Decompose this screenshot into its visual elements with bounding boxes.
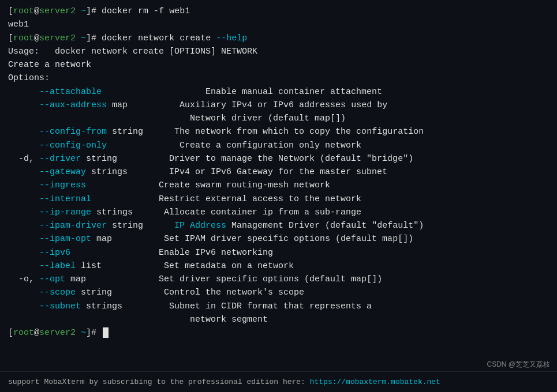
line-desc: Create a network bbox=[8, 58, 549, 71]
line-part: --ip-range bbox=[39, 208, 91, 217]
line-options: Options: bbox=[8, 71, 549, 85]
line-opt: -o, --opt map Set driver specific option… bbox=[8, 273, 549, 286]
prompt: [root@server2 ~]# bbox=[8, 33, 102, 43]
line-aux: --aux-address map Auxiliary IPv4 or IPv6… bbox=[8, 99, 549, 112]
line-part: Usage: docker network create [OPTIONS] N… bbox=[8, 47, 257, 56]
line-part bbox=[143, 221, 174, 231]
line-part bbox=[8, 208, 39, 217]
line-part: Network driver (default map[]) bbox=[8, 114, 346, 123]
line-part: --label bbox=[39, 261, 76, 271]
line-part: --aux-address bbox=[39, 100, 107, 110]
line-part bbox=[8, 141, 39, 150]
line-part bbox=[8, 301, 39, 311]
line-part: IPv4 or IPv6 Gateway for the master subn… bbox=[128, 167, 387, 177]
line-attachable: --attachable Enable manual container att… bbox=[8, 85, 549, 99]
line-part: Create a configuration only network bbox=[107, 141, 361, 150]
line-usage: Usage: docker network create [OPTIONS] N… bbox=[8, 45, 549, 58]
line-part: --config-only bbox=[39, 141, 107, 150]
bottom-text: support MobaXterm by subscribing to the … bbox=[8, 378, 310, 386]
line-part: -o, bbox=[8, 274, 39, 284]
line-prompt-end: [root@server2 ~]# bbox=[8, 326, 549, 340]
line-ipv6: --ipv6 Enable IPv6 networking bbox=[8, 246, 549, 259]
line-subnet2: network segment bbox=[8, 313, 549, 326]
line-part: Control the network's scope bbox=[112, 288, 304, 297]
line-part bbox=[8, 87, 39, 97]
line-part bbox=[8, 100, 39, 110]
line-prev-cmd: [root@server2 ~]# docker rm -f web1 bbox=[8, 5, 549, 18]
line-part: IP Address bbox=[174, 221, 226, 231]
line-part: --ipam-driver bbox=[39, 221, 107, 231]
line-part: --scope bbox=[39, 288, 76, 297]
line-part: Enable manual container attachment bbox=[102, 87, 382, 97]
line-part: Set metadata on a network bbox=[102, 261, 294, 271]
line-label: --label list Set metadata on a network bbox=[8, 259, 549, 273]
line-ingress: --ingress Create swarm routing-mesh netw… bbox=[8, 179, 549, 192]
line-part: strings bbox=[81, 301, 122, 311]
line-gateway: --gateway strings IPv4 or IPv6 Gateway f… bbox=[8, 165, 549, 179]
line-part: --attachable bbox=[39, 87, 102, 97]
line-config-only: --config-only Create a configuration onl… bbox=[8, 139, 549, 152]
line-part bbox=[8, 167, 39, 177]
line-part: string bbox=[107, 221, 143, 231]
line-part: docker network create bbox=[102, 33, 216, 43]
line-part: --ipam-opt bbox=[39, 234, 91, 244]
line-part: list bbox=[76, 261, 102, 271]
line-part: --ipv6 bbox=[39, 248, 70, 258]
line-aux2: Network driver (default map[]) bbox=[8, 112, 549, 125]
line-part: --config-from bbox=[39, 127, 107, 137]
line-part: --opt bbox=[39, 274, 65, 284]
line-part: strings bbox=[86, 167, 128, 177]
bottom-bar: support MobaXterm by subscribing to the … bbox=[0, 371, 557, 392]
line-part: map bbox=[65, 274, 86, 284]
line-part: Create swarm routing-mesh network bbox=[86, 180, 330, 190]
line-part: Set IPAM driver specific options (defaul… bbox=[112, 234, 413, 244]
terminal-window: [root@server2 ~]# docker rm -f web1web1[… bbox=[0, 0, 557, 392]
line-part: --driver bbox=[39, 154, 81, 164]
line-part bbox=[8, 180, 39, 190]
prompt: [root@server2 ~]# bbox=[8, 328, 102, 338]
line-scope: --scope string Control the network's sco… bbox=[8, 286, 549, 299]
line-part: Restrict external access to the network bbox=[91, 194, 361, 204]
line-part: string bbox=[76, 288, 112, 297]
terminal-content: [root@server2 ~]# docker rm -f web1web1[… bbox=[8, 5, 549, 340]
prompt: [root@server2 ~]# bbox=[8, 6, 102, 16]
line-part bbox=[8, 261, 39, 271]
line-part: map bbox=[91, 234, 112, 244]
line-part: --subnet bbox=[39, 301, 81, 311]
line-part: string bbox=[81, 154, 117, 164]
line-part: string bbox=[107, 127, 143, 137]
line-part: Enable IPv6 networking bbox=[70, 248, 273, 258]
line-part bbox=[8, 234, 39, 244]
line-ipam-driver: --ipam-driver string IP Address Manageme… bbox=[8, 219, 549, 232]
line-part: Subnet in CIDR format that represents a bbox=[122, 301, 372, 311]
line-part: --gateway bbox=[39, 167, 86, 177]
line-internal: --internal Restrict external access to t… bbox=[8, 193, 549, 206]
line-part: -d, bbox=[8, 154, 39, 164]
line-part: Allocate container ip from a sub-range bbox=[133, 208, 361, 217]
line-part bbox=[8, 127, 39, 137]
line-part: Create a network bbox=[8, 60, 91, 70]
line-part: Options: bbox=[8, 73, 50, 83]
line-part: Driver to manage the Network (default "b… bbox=[117, 154, 413, 164]
line-part: docker rm -f web1 bbox=[102, 6, 190, 16]
terminal-cursor bbox=[103, 327, 109, 338]
line-subnet: --subnet strings Subnet in CIDR format t… bbox=[8, 300, 549, 313]
line-part: The network from which to copy the confi… bbox=[143, 127, 424, 137]
line-config-from: --config-from string The network from wh… bbox=[8, 125, 549, 138]
line-driver: -d, --driver string Driver to manage the… bbox=[8, 152, 549, 165]
line-cmd1: [root@server2 ~]# docker network create … bbox=[8, 32, 549, 45]
bottom-link[interactable]: https://mobaxterm.mobatek.net bbox=[310, 378, 440, 386]
line-part: map bbox=[107, 100, 128, 110]
line-part: Set driver specific options (default map… bbox=[86, 274, 382, 284]
line-web1: web1 bbox=[8, 18, 549, 31]
line-part: --help bbox=[216, 33, 247, 43]
line-part: --internal bbox=[39, 194, 91, 204]
line-part bbox=[8, 248, 39, 258]
line-ip-range: --ip-range strings Allocate container ip… bbox=[8, 206, 549, 219]
line-part: Management Driver (default "default") bbox=[226, 221, 424, 231]
line-part: Auxiliary IPv4 or IPv6 addresses used by bbox=[128, 100, 387, 110]
line-part bbox=[8, 288, 39, 297]
line-ipam-opt: --ipam-opt map Set IPAM driver specific … bbox=[8, 232, 549, 246]
watermark: CSDN @芝芝又荔枝 bbox=[487, 359, 550, 370]
line-part bbox=[8, 194, 39, 204]
